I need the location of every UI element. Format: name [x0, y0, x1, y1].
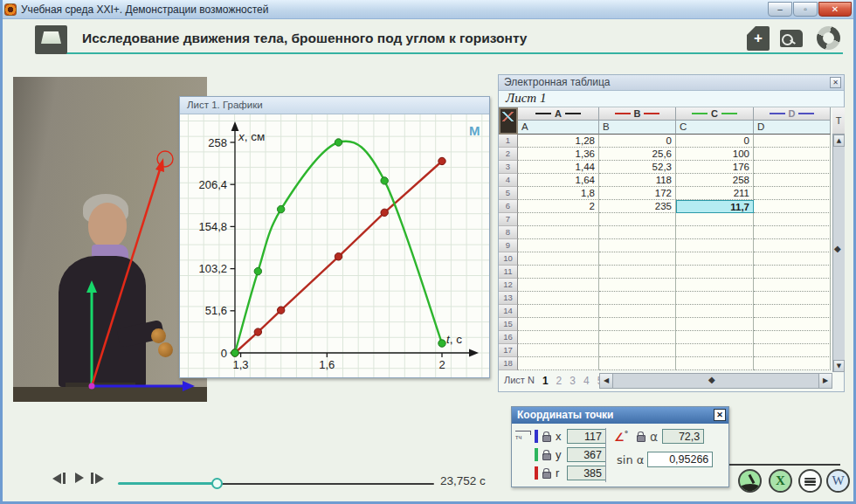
table-cell[interactable] — [518, 213, 599, 226]
slider-track[interactable] — [221, 483, 434, 486]
table-cell[interactable] — [599, 226, 676, 239]
chart-window-title[interactable]: Лист 1. Графики — [180, 97, 489, 114]
subheader-cell[interactable]: D — [754, 121, 831, 135]
table-cell[interactable] — [754, 174, 831, 187]
table-cell[interactable]: 11,7 — [676, 200, 754, 213]
table-cell[interactable] — [754, 331, 831, 344]
horizontal-scrollbar[interactable]: ◀ ◆ ▶ — [599, 373, 832, 389]
table-cell[interactable] — [599, 292, 676, 305]
table-cell[interactable] — [676, 226, 754, 239]
table-cell[interactable]: 1,8 — [518, 187, 599, 200]
table-cell[interactable] — [754, 357, 831, 370]
column-header-a[interactable]: A — [518, 107, 599, 121]
row-number[interactable]: 16 — [499, 331, 518, 344]
table-cell[interactable] — [518, 239, 599, 252]
row-number[interactable]: 8 — [499, 226, 518, 239]
row-number[interactable]: 11 — [499, 266, 518, 279]
row-number[interactable]: 7 — [499, 213, 518, 226]
table-cell[interactable] — [518, 305, 599, 318]
table-cell[interactable]: 52,3 — [599, 161, 676, 174]
row-number[interactable]: 17 — [499, 344, 518, 357]
table-cell[interactable] — [754, 213, 831, 226]
sheet-tab-1[interactable]: 1 — [542, 375, 549, 387]
table-cell[interactable] — [754, 148, 831, 161]
table-cell[interactable] — [754, 161, 831, 174]
close-button[interactable]: ✕ — [818, 2, 852, 17]
vscroll-thumb[interactable]: ◆ — [834, 244, 841, 253]
step-forward-button[interactable] — [91, 473, 104, 484]
table-cell[interactable]: 0 — [676, 135, 754, 148]
table-cell[interactable] — [676, 318, 754, 331]
step-back-button[interactable] — [52, 473, 66, 484]
table-cell[interactable] — [599, 318, 676, 331]
table-cell[interactable] — [518, 331, 599, 344]
lock-icon[interactable] — [542, 453, 551, 460]
row-number[interactable]: 1 — [499, 135, 518, 148]
table-cell[interactable]: 100 — [676, 148, 754, 161]
table-cell[interactable] — [754, 187, 831, 200]
table-cell[interactable] — [518, 292, 599, 305]
sheet-tab-2[interactable]: 2 — [556, 375, 563, 387]
row-number[interactable]: 12 — [499, 279, 518, 292]
scroll-down-icon[interactable]: ▼ — [833, 360, 845, 372]
table-cell[interactable] — [518, 252, 599, 266]
table-cell[interactable] — [599, 305, 676, 318]
table-cell[interactable] — [518, 318, 599, 331]
table-cell[interactable]: 211 — [676, 187, 754, 200]
table-cell[interactable] — [676, 213, 754, 226]
table-cell[interactable]: 176 — [676, 161, 754, 174]
play-button[interactable] — [75, 473, 84, 483]
table-cell[interactable] — [754, 305, 831, 318]
scroll-up-icon[interactable]: ▲ — [833, 135, 845, 147]
sheet-tab-4[interactable]: 4 — [583, 375, 590, 387]
table-cell[interactable] — [676, 252, 754, 266]
subheader-cell[interactable]: B — [599, 121, 676, 135]
table-cell[interactable] — [754, 292, 831, 305]
table-cell[interactable]: 0 — [599, 135, 676, 148]
table-cell[interactable]: 172 — [599, 187, 676, 200]
table-cell[interactable] — [599, 331, 676, 344]
r-value-field[interactable]: 385 — [567, 466, 606, 480]
x-tool-icon[interactable]: X — [769, 469, 792, 493]
w-tool-icon[interactable]: W — [826, 469, 850, 493]
row-number[interactable]: 15 — [499, 318, 518, 331]
column-header-b[interactable]: B — [599, 107, 676, 121]
lock-icon[interactable] — [542, 472, 551, 479]
table-cell[interactable] — [754, 266, 831, 279]
lesson-board-icon[interactable] — [35, 25, 67, 54]
timeline-slider[interactable] — [118, 478, 434, 489]
hscroll-thumb[interactable]: ◆ — [708, 375, 715, 384]
table-cell[interactable] — [599, 357, 676, 370]
row-number[interactable]: 9 — [499, 239, 518, 252]
lock-icon[interactable] — [637, 435, 645, 442]
table-cell[interactable]: 118 — [599, 174, 676, 187]
row-number[interactable]: 4 — [499, 174, 518, 187]
table-cell[interactable] — [599, 266, 676, 279]
table-cell[interactable] — [518, 357, 599, 370]
row-number[interactable]: 3 — [499, 161, 518, 174]
table-cell[interactable] — [676, 266, 754, 279]
table-cell[interactable] — [599, 213, 676, 226]
slider-thumb[interactable] — [211, 478, 223, 489]
table-cell[interactable] — [754, 318, 831, 331]
row-number[interactable]: 14 — [499, 305, 518, 318]
row-number[interactable]: 5 — [499, 187, 518, 200]
table-cell[interactable] — [754, 252, 831, 266]
chart-plot-area[interactable]: 051,6103,2154,8206,42581,31,62x, смt, сM — [180, 114, 489, 377]
table-cell[interactable]: 1,64 — [518, 174, 599, 187]
vertical-scrollbar[interactable]: ▲ ◆ ▼ — [832, 135, 845, 372]
table-cell[interactable]: 2 — [518, 200, 599, 213]
table-cell[interactable]: 25,6 — [599, 148, 676, 161]
alpha-value-field[interactable]: 72,3 — [662, 429, 704, 444]
new-document-icon[interactable]: + — [747, 26, 770, 51]
column-header-c[interactable]: C — [676, 107, 754, 121]
window-titlebar[interactable]: Учебная среда XXI+. Демонстрации возможн… — [0, 0, 856, 19]
row-number[interactable]: 13 — [499, 292, 518, 305]
chart-corner-icon[interactable] — [499, 107, 518, 135]
lock-icon[interactable] — [542, 435, 551, 442]
row-number[interactable]: 2 — [499, 148, 518, 161]
menu-icon[interactable] — [798, 469, 822, 493]
table-cell[interactable] — [599, 239, 676, 252]
table-cell[interactable] — [754, 200, 831, 213]
table-cell[interactable] — [754, 279, 831, 292]
